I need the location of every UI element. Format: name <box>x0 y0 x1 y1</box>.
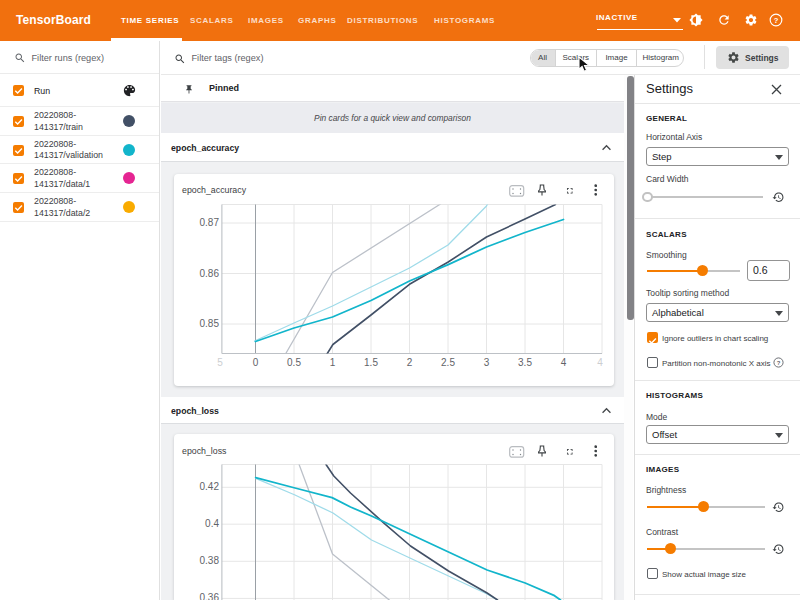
svg-text:0.4: 0.4 <box>205 518 219 529</box>
svg-text:0.36: 0.36 <box>199 592 219 600</box>
svg-text:3: 3 <box>483 357 489 368</box>
svg-text:0.42: 0.42 <box>199 481 219 492</box>
svg-text:2: 2 <box>406 357 412 368</box>
svg-text:0: 0 <box>252 357 258 368</box>
svg-text:4: 4 <box>560 357 566 368</box>
svg-text:2.5: 2.5 <box>441 357 455 368</box>
svg-text:0.38: 0.38 <box>199 555 219 566</box>
svg-text:1.5: 1.5 <box>364 357 378 368</box>
svg-text:5: 5 <box>217 357 223 368</box>
svg-text:0.86: 0.86 <box>199 268 219 279</box>
svg-text:1: 1 <box>329 357 335 368</box>
svg-text:0.85: 0.85 <box>199 318 219 329</box>
svg-text:?: ? <box>776 359 780 365</box>
svg-text:3.5: 3.5 <box>518 357 532 368</box>
svg-text:?: ? <box>774 16 779 25</box>
svg-text:0.5: 0.5 <box>287 357 301 368</box>
svg-text:4: 4 <box>597 357 603 368</box>
svg-text:0.87: 0.87 <box>199 217 219 228</box>
